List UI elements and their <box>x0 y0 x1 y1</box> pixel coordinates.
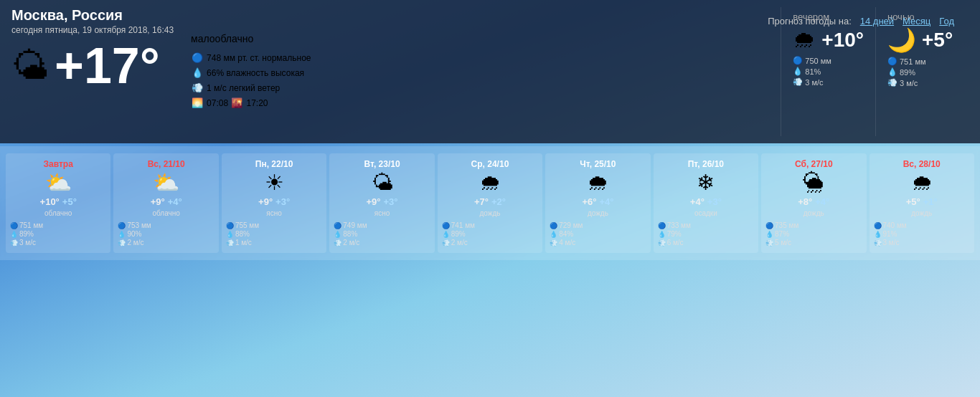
day-temps: +5° +1° <box>906 196 938 207</box>
day-label: Вт, 23/10 <box>364 159 400 169</box>
pressure-icon: 🔵 <box>10 222 18 229</box>
wind-value: 1 м/с легкий ветер <box>207 83 280 93</box>
night-humidity: 89% <box>900 68 915 77</box>
pressure-icon: 🔵 <box>118 222 126 229</box>
day-max: +9° <box>258 196 273 207</box>
wind-icon: 💨 <box>442 239 450 247</box>
day-wind: 4 м/с <box>559 239 575 247</box>
day-temps: +7° +2° <box>474 196 506 207</box>
pressure-icon: 🔵 <box>442 222 450 229</box>
nav-14days[interactable]: 14 дней <box>860 16 894 27</box>
day-icon: 🌧 <box>479 172 501 193</box>
night-wind: 3 м/с <box>900 79 918 87</box>
current-condition: малооблачно <box>191 33 311 44</box>
humidity-icon: 💧 <box>191 67 204 78</box>
forecast-day-5[interactable]: Чт, 25/10 🌧 +6° +4° дождь 🔵 729 мм 💧 84%… <box>545 153 650 253</box>
day-pressure: 749 мм <box>343 221 367 229</box>
day-temps: +9° +4° <box>151 196 182 207</box>
sunset-value: 17:20 <box>246 98 268 108</box>
day-max: +7° <box>474 196 489 207</box>
humidity-icon: 💧 <box>550 231 557 238</box>
humidity-icon: 💧 <box>874 231 882 238</box>
evening-temperature: +10° <box>821 29 864 52</box>
day-details: 🔵 751 мм 💧 89% 💨 3 м/с <box>10 221 106 247</box>
day-temps: +9° +3° <box>258 196 290 207</box>
day-humidity: 88% <box>343 230 357 238</box>
forecast-day-2[interactable]: Пн, 22/10 ☀ +9° +3° ясно 🔵 755 мм 💧 88% … <box>222 153 326 253</box>
pressure-icon: 🔵 <box>658 222 666 229</box>
humidity-icon: 💧 <box>334 231 341 238</box>
day-condition: дождь <box>479 209 500 217</box>
current-temperature: +17° <box>55 41 160 91</box>
day-wind: 6 м/с <box>667 239 684 247</box>
day-wind: 3 м/с <box>883 239 900 247</box>
wind-icon: 💨 <box>118 239 126 247</box>
sunset-icon: 🌇 <box>230 97 243 108</box>
day-temps: +10° +5° <box>40 196 77 207</box>
day-humidity: 90% <box>127 230 141 238</box>
evening-icon: 🌧 <box>793 27 816 53</box>
forecast-day-8[interactable]: Вс, 28/10 🌧 +5° +1° дождь 🔵 740 мм 💧 91%… <box>870 153 974 253</box>
day-humidity: 87% <box>775 230 789 238</box>
day-min: +3° <box>707 196 722 207</box>
day-details: 🔵 729 мм 💧 84% 💨 4 м/с <box>550 221 646 247</box>
forecast-day-7[interactable]: Сб, 27/10 🌦 +8° +4° дождь 🔵 735 мм 💧 87%… <box>761 153 866 253</box>
day-max: +10° <box>40 196 60 207</box>
day-max: +9° <box>367 196 381 207</box>
wind-icon: 💨 <box>765 239 773 247</box>
day-icon: 🌧 <box>587 172 608 193</box>
humidity-value: 66% влажность высокая <box>207 68 304 78</box>
nav-year[interactable]: Год <box>939 16 954 27</box>
day-max: +5° <box>906 196 920 207</box>
day-wind: 3 м/с <box>19 239 36 247</box>
day-wind: 2 м/с <box>127 239 143 247</box>
evening-humidity-icon: 💧 <box>793 67 803 76</box>
day-details: 🔵 753 мм 💧 90% 💨 2 м/с <box>118 221 214 247</box>
day-condition: осадки <box>694 209 717 217</box>
day-humidity: 84% <box>559 230 573 238</box>
day-wind: 2 м/с <box>343 239 359 247</box>
pressure-icon: 🔵 <box>765 222 773 229</box>
day-details: 🔵 735 мм 💧 87% 💨 5 м/с <box>765 221 862 247</box>
day-max: +8° <box>798 196 812 207</box>
evening-wind-icon: 💨 <box>793 77 803 87</box>
day-wind: 5 м/с <box>775 239 791 247</box>
city-name: Москва, Россия <box>11 7 174 24</box>
day-condition: дождь <box>911 209 932 217</box>
day-pressure: 729 мм <box>559 221 583 229</box>
day-icon: 🌦 <box>803 172 824 193</box>
forecast-day-3[interactable]: Вт, 23/10 🌤 +9° +3° ясно 🔵 749 мм 💧 88% … <box>329 153 434 253</box>
day-pressure: 755 мм <box>235 221 259 229</box>
day-label: Пт, 26/10 <box>688 159 724 169</box>
wind-icon: 💨 <box>334 239 341 247</box>
day-temps: +8° +4° <box>798 196 829 207</box>
wind-icon: 💨 <box>226 239 234 247</box>
night-pressure: 751 мм <box>900 57 926 66</box>
day-pressure: 751 мм <box>19 221 43 229</box>
forecast-day-4[interactable]: Ср, 24/10 🌧 +7° +2° дождь 🔵 741 мм 💧 89%… <box>438 153 542 253</box>
day-label: Пн, 22/10 <box>255 159 293 169</box>
day-min: +4° <box>599 196 613 207</box>
humidity-icon: 💧 <box>658 231 666 238</box>
current-date: сегодня пятница, 19 октября 2018, 16:43 <box>11 25 174 35</box>
wind-icon: 💨 <box>10 239 18 247</box>
day-icon: ☀ <box>265 172 284 193</box>
day-icon: ❄ <box>697 172 715 193</box>
day-condition: облачно <box>44 209 72 217</box>
day-temps: +4° +3° <box>690 196 722 207</box>
day-humidity: 91% <box>883 230 897 238</box>
forecast-day-1[interactable]: Вс, 21/10 ⛅ +9° +4° облачно 🔵 753 мм 💧 9… <box>113 153 218 253</box>
pressure-icon: 🔵 <box>874 222 882 229</box>
forecast-day-6[interactable]: Пт, 26/10 ❄ +4° +3° осадки 🔵 733 мм 💧 79… <box>654 153 758 253</box>
forecast-day-0[interactable]: Завтра ⛅ +10° +5° облачно 🔵 751 мм 💧 89%… <box>6 153 110 253</box>
day-label: Ср, 24/10 <box>471 159 509 169</box>
pressure-value: 748 мм рт. ст. нормальное <box>207 53 311 63</box>
humidity-icon: 💧 <box>118 231 126 238</box>
day-temps: +9° +3° <box>367 196 398 207</box>
humidity-icon: 💧 <box>765 231 773 238</box>
day-pressure: 741 мм <box>451 221 475 229</box>
humidity-icon: 💧 <box>10 231 18 238</box>
nav-month[interactable]: Месяц <box>903 16 930 27</box>
day-max: +9° <box>151 196 165 207</box>
sunrise-value: 07:08 <box>207 98 228 108</box>
